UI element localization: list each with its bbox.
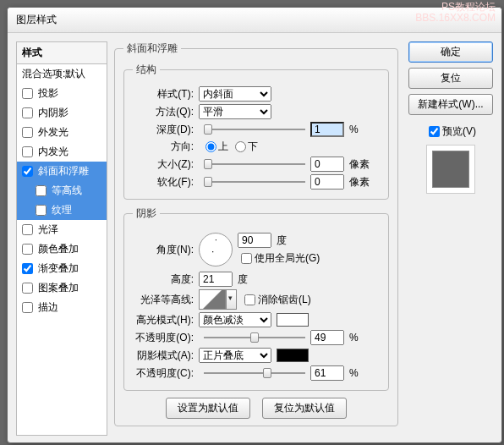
soften-label: 软化(F): bbox=[133, 175, 199, 190]
altitude-unit: 度 bbox=[238, 272, 248, 287]
highlight-opacity-slider[interactable] bbox=[204, 331, 305, 344]
shadow-opacity-slider[interactable] bbox=[204, 366, 305, 380]
highlight-opacity-label: 不透明度(O): bbox=[133, 331, 199, 345]
sidebar-item-checkbox[interactable] bbox=[22, 88, 33, 99]
highlight-mode-select[interactable]: 颜色减淡 bbox=[199, 312, 271, 327]
style-select[interactable]: 内斜面 bbox=[199, 86, 271, 102]
make-default-button[interactable]: 设置为默认值 bbox=[166, 398, 250, 419]
shadow-opacity-unit: % bbox=[349, 367, 359, 379]
sidebar-item-checkbox[interactable] bbox=[22, 107, 33, 118]
direction-down-radio[interactable] bbox=[235, 141, 246, 152]
sidebar-item-label: 混合选项:默认 bbox=[22, 67, 85, 81]
highlight-color-swatch[interactable] bbox=[277, 313, 309, 327]
sidebar-item-label: 图案叠加 bbox=[38, 281, 79, 295]
sidebar-item-checkbox[interactable] bbox=[22, 127, 33, 138]
sidebar-item-label: 外发光 bbox=[38, 125, 68, 140]
sidebar-item-label: 渐变叠加 bbox=[38, 261, 79, 276]
sidebar-item[interactable]: 斜面和浮雕 bbox=[17, 162, 107, 181]
preview-label: 预览(V) bbox=[442, 124, 476, 139]
sidebar-item-checkbox[interactable] bbox=[22, 283, 33, 294]
sidebar-item-label: 颜色叠加 bbox=[38, 242, 79, 256]
shadow-color-swatch[interactable] bbox=[277, 349, 309, 362]
shadow-opacity-input[interactable] bbox=[310, 365, 344, 381]
layer-style-dialog: 图层样式 样式 混合选项:默认 投影内阴影外发光内发光斜面和浮雕等高线纹理光泽颜… bbox=[7, 7, 502, 443]
ok-button[interactable]: 确定 bbox=[408, 41, 493, 63]
sidebar-item-checkbox[interactable] bbox=[36, 205, 47, 216]
sidebar-item-label: 内发光 bbox=[38, 145, 68, 159]
altitude-input[interactable] bbox=[199, 272, 233, 287]
sidebar-item[interactable]: 等高线 bbox=[17, 181, 107, 201]
reset-default-button[interactable]: 复位为默认值 bbox=[262, 398, 347, 419]
bevel-emboss-group: 斜面和浮雕 结构 样式(T): 内斜面 方法(Q): 平滑 深度(D): bbox=[114, 41, 398, 426]
shading-group: 阴影 角度(N): · 度 bbox=[123, 206, 389, 391]
size-label: 大小(Z): bbox=[133, 157, 199, 172]
sidebar-item[interactable]: 渐变叠加 bbox=[17, 259, 107, 278]
sidebar-item-checkbox[interactable] bbox=[22, 146, 33, 157]
sidebar-header: 样式 bbox=[16, 41, 107, 63]
main-panel: 斜面和浮雕 结构 样式(T): 内斜面 方法(Q): 平滑 深度(D): bbox=[114, 41, 398, 436]
angle-wheel[interactable]: · bbox=[199, 233, 233, 266]
sidebar-item-checkbox[interactable] bbox=[36, 185, 47, 196]
sidebar-item-label: 内阴影 bbox=[38, 106, 68, 120]
sidebar-item[interactable]: 描边 bbox=[17, 298, 107, 317]
depth-slider[interactable] bbox=[204, 123, 305, 136]
direction-up-label: 上 bbox=[218, 140, 228, 154]
antialias-checkbox[interactable] bbox=[244, 294, 255, 305]
sidebar-item-label: 描边 bbox=[38, 300, 58, 315]
right-panel: 确定 复位 新建样式(W)... 预览(V) bbox=[405, 41, 496, 436]
sidebar-item[interactable]: 外发光 bbox=[17, 123, 107, 142]
gloss-contour-picker[interactable] bbox=[199, 289, 226, 310]
preview-checkbox[interactable] bbox=[429, 126, 440, 137]
angle-unit: 度 bbox=[277, 233, 287, 248]
highlight-mode-label: 高光模式(H): bbox=[133, 313, 199, 327]
sidebar-item-checkbox[interactable] bbox=[22, 244, 33, 255]
shadow-opacity-label: 不透明度(C): bbox=[133, 366, 199, 381]
sidebar-item[interactable]: 光泽 bbox=[17, 220, 107, 239]
size-input[interactable] bbox=[310, 157, 344, 172]
angle-label: 角度(N): bbox=[133, 243, 199, 257]
sidebar-item[interactable]: 内发光 bbox=[17, 142, 107, 162]
sidebar-list[interactable]: 混合选项:默认 投影内阴影外发光内发光斜面和浮雕等高线纹理光泽颜色叠加渐变叠加图… bbox=[16, 63, 107, 436]
sidebar-item-checkbox[interactable] bbox=[22, 302, 33, 313]
direction-up-radio[interactable] bbox=[205, 141, 216, 152]
sidebar-item-checkbox[interactable] bbox=[22, 224, 33, 235]
soften-input[interactable] bbox=[310, 174, 344, 190]
new-style-button[interactable]: 新建样式(W)... bbox=[408, 94, 493, 115]
bevel-emboss-legend: 斜面和浮雕 bbox=[123, 41, 181, 56]
direction-label: 方向: bbox=[133, 140, 199, 154]
global-light-checkbox[interactable] bbox=[241, 253, 252, 264]
angle-input[interactable] bbox=[238, 233, 271, 248]
sidebar-item-label: 光泽 bbox=[38, 222, 58, 237]
watermark: PS教程论坛 BBS.16XX8.COM bbox=[415, 2, 496, 24]
global-light-label: 使用全局光(G) bbox=[255, 251, 320, 266]
shadow-mode-select[interactable]: 正片叠底 bbox=[199, 348, 271, 363]
technique-select[interactable]: 平滑 bbox=[199, 104, 271, 119]
altitude-label: 高度: bbox=[133, 272, 199, 287]
sidebar-item[interactable]: 纹理 bbox=[17, 201, 107, 220]
depth-input[interactable] bbox=[310, 122, 344, 137]
sidebar-item[interactable]: 颜色叠加 bbox=[17, 239, 107, 259]
sidebar-item[interactable]: 投影 bbox=[17, 84, 107, 103]
size-slider[interactable] bbox=[204, 157, 305, 171]
sidebar-item-label: 等高线 bbox=[52, 184, 82, 198]
sidebar-item[interactable]: 内阴影 bbox=[17, 103, 107, 123]
shading-legend: 阴影 bbox=[133, 206, 160, 221]
sidebar-item-checkbox[interactable] bbox=[22, 166, 33, 177]
watermark-line2: BBS.16XX8.COM bbox=[415, 13, 496, 24]
gloss-contour-label: 光泽等高线: bbox=[133, 293, 199, 307]
cancel-button[interactable]: 复位 bbox=[408, 68, 493, 89]
sidebar-item-label: 纹理 bbox=[52, 203, 72, 217]
chevron-down-icon[interactable] bbox=[226, 289, 237, 310]
technique-label: 方法(Q): bbox=[133, 105, 199, 119]
depth-label: 深度(D): bbox=[133, 123, 199, 137]
structure-legend: 结构 bbox=[133, 63, 160, 77]
sidebar-item-blend-options[interactable]: 混合选项:默认 bbox=[17, 64, 107, 84]
sidebar-item[interactable]: 图案叠加 bbox=[17, 278, 107, 298]
depth-unit: % bbox=[349, 124, 359, 135]
highlight-opacity-input[interactable] bbox=[310, 330, 344, 345]
shadow-mode-label: 阴影模式(A): bbox=[133, 349, 199, 363]
soften-slider[interactable] bbox=[204, 175, 305, 189]
size-unit: 像素 bbox=[349, 157, 370, 172]
styles-sidebar: 样式 混合选项:默认 投影内阴影外发光内发光斜面和浮雕等高线纹理光泽颜色叠加渐变… bbox=[16, 41, 107, 436]
sidebar-item-checkbox[interactable] bbox=[22, 263, 33, 274]
